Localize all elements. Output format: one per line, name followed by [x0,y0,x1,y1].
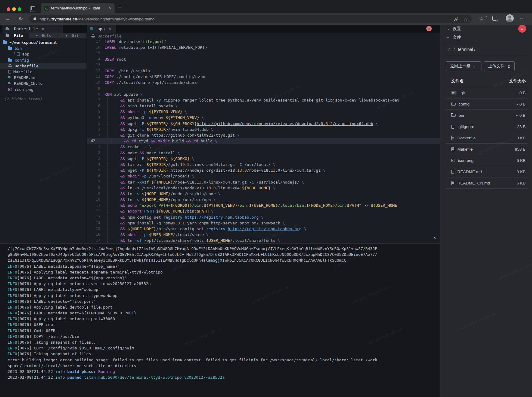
add-favorite-icon[interactable]: ☆ [463,17,467,22]
code-line[interactable]: 6&& mkdir -p /usr/local/nodejs \ [87,173,440,179]
code-editor[interactable]: app × × Dockerfile 17LABEL devtools="fil… [87,25,440,243]
code-line[interactable]: 11&& echo "export PATH=${GOROOT}/bin:${P… [87,202,440,208]
terminal-panel[interactable]: /fj7CcwoCW7ZXBc3snKxZNYHpbh7uhw0vx2lsi4W… [0,243,440,397]
file-row-dockerfile[interactable]: Dockerfile3 KB [446,132,527,144]
line-number: 6 [87,173,105,179]
code-line[interactable]: 16&& mkdir -p $USER_HOME/.local/share \ [87,232,440,238]
window-zoom-button[interactable] [18,7,21,11]
breadcrumb-current-dir[interactable]: terminal / [458,47,476,52]
code-line[interactable]: 7&& apt install -y ripgrep ranger lolcat… [87,97,440,103]
code-line[interactable]: 10COPY ./.local/share /opt/titanide/shar… [87,80,440,85]
sidebar-tab-dockerfile[interactable]: Dockerfile × [2,25,63,33]
code-line[interactable]: 12COPY ./bin /usr/bin [87,68,440,74]
code-line[interactable]: 4&& python3 -m venv ${PYTHON_VENV} \ [87,115,440,120]
favorites-icon[interactable]: ☆ [478,16,485,22]
token-pl [144,121,147,126]
read-aloud-icon[interactable]: A⁾ [454,17,458,22]
code-line[interactable]: 13&& npm config set registry https://reg… [87,214,440,220]
line-number: 15 [87,226,105,232]
tree-item--workspace-terminal[interactable]: ~/workspace/terminal [0,40,87,45]
tree-item-readme-cn-md[interactable]: M↓README_CN.md [0,80,87,86]
new-tab-button[interactable]: + [118,4,122,11]
tree-item-app[interactable]: └app [0,51,87,57]
home-icon[interactable]: ⌂ [448,47,451,52]
sidebar-panel-tab-bufs[interactable]: ≡Bufs [29,33,58,38]
settings-section-header[interactable]: › 设置 a [440,25,532,33]
file-row-config[interactable]: config~ 0 B [446,98,527,110]
code-line[interactable]: 5&& wget -P ${TMPDIR} https://nodejs.org… [87,167,440,173]
token-op: && [140,151,144,155]
code-line[interactable]: 14&& npm install -g npm@9.3.1 yarn cnpm … [87,220,440,226]
tab-close-icon[interactable]: × [109,6,112,11]
code-line[interactable]: 2&& dpkg -i ${TMPDIR}/nvim-linux64.deb \ [87,127,440,132]
sidebar-panel-tab-file[interactable]: File [0,33,29,38]
code-line[interactable]: 3&& wget -P ${TMPDIR} ${GOPKG} \ [87,156,440,162]
code-line[interactable]: 1&& cmake .. \ [87,144,440,150]
sidebar-tab-close-icon[interactable]: × [42,27,44,31]
code-line[interactable]: 16LABEL metadata.port=${TERMINAL_SERVER_… [87,45,440,50]
file-row-icon-png[interactable]: icon.png5 KB [446,155,527,166]
code-line[interactable]: 15&& ${NODE_HOME}/bin/yarn config set re… [87,226,440,232]
code-line[interactable]: 17&& ln -sf /opt/titanide/share/fonts $U… [87,238,440,243]
file-row--git[interactable]: git.git~ 0 B [446,87,527,98]
code-line[interactable]: 6&& pip3 install pynvim \ [87,103,440,109]
file-row-readme-cn-md[interactable]: README_CN.md6 KB [446,177,527,189]
code-line[interactable]: 10&& ln -s ${NODE_HOME}/npm /usr/bin/npm… [87,197,440,202]
code-line[interactable]: 3&& wget -P ${TMPDIR} ${GH_PROXY}https:/… [87,121,440,127]
url-text[interactable]: https://try.titanide.cn/ide/web/coding/t… [40,17,449,21]
go-up-directory-button[interactable]: 返回上一级 ← [446,61,481,71]
lock-icon[interactable] [34,18,36,20]
user-avatar[interactable]: a [518,25,526,33]
code-line[interactable]: 17LABEL devtools="file,port" [87,39,440,45]
close-editor-button[interactable]: × [426,26,432,31]
code-line[interactable]: 5&& mkdir -p ${PYTHON_VENV} \ [87,109,440,115]
code-area[interactable]: 17LABEL devtools="file,port"16LABEL meta… [87,39,440,243]
panel-expand-chevron-icon[interactable]: › [434,234,436,241]
browser-tab[interactable]: ›_ terminal-ttyd-wlotnipo - Titanl × [41,3,115,13]
back-icon[interactable]: ← [4,16,12,22]
file-row-bin[interactable]: bin~ 0 B [446,110,527,121]
address-bar[interactable]: https://try.titanide.cn/ide/web/coding/t… [29,15,472,23]
editor-tab-close-icon[interactable]: × [108,27,111,31]
file-browser-breadcrumb[interactable]: ⌂ / terminal / [448,47,475,52]
workspaces-icon[interactable] [30,6,35,12]
code-line[interactable]: 42&& cd ttyd && mkdir build && cd build … [87,138,440,144]
token-tinfo: INFO [8,317,17,321]
code-line[interactable]: 13 [87,62,440,68]
tree-item-icon-png[interactable]: icon.png [0,87,87,92]
code-line[interactable]: 8RUN apt update \ [87,91,440,97]
code-line[interactable]: 7&& tar -xvzf ${TMPDIR}/node-v18.13.0-li… [87,179,440,185]
file-row-makefile[interactable]: Makefile858 B [446,144,527,155]
file-row-readme-md[interactable]: README.md9 KB [446,166,527,177]
code-line[interactable]: 1&& git clone https://github.com/tsl0922… [87,132,440,138]
window-minimize-button[interactable] [12,7,16,11]
file-row--gitignore[interactable]: .gitignore23 B [446,121,527,132]
doc-icon [451,136,454,140]
code-line[interactable]: 9&& ln -s ${NODE_HOME}/node /usr/bin/nod… [87,191,440,197]
files-section-header[interactable]: › 文件 [440,33,532,42]
tree-item-makefile[interactable]: Makefile [0,69,87,75]
browser-profile-avatar[interactable] [506,14,514,22]
more-menu-icon[interactable]: ⋯ [519,16,526,22]
sidebar-panel-tab-git[interactable]: ◈Git [58,33,87,38]
editor-tab-app[interactable]: app × [87,25,116,33]
code-line[interactable]: 14USER root [87,56,440,62]
code-line[interactable]: 12&& export PATH=${NODE_HOME}/bin:$PATH … [87,208,440,214]
code-line[interactable]: 9 [87,86,440,91]
tree-item-dockerfile[interactable]: Dockerfile [0,63,87,69]
reload-icon[interactable]: ↻ [17,16,24,22]
line-number: 14 [87,220,105,226]
token-pl: wget [125,168,140,173]
collections-icon[interactable] [492,16,497,21]
token-url: https://nodejs.org/dist/v18. [170,168,237,173]
code-line[interactable]: 11COPY ./config/nvim $USER_HOME/.config/… [87,74,440,80]
code-line[interactable]: 4&& tar xvf ${TMPDIR}/go1.19.5.linux-amd… [87,162,440,167]
code-line[interactable]: 2&& make && make install \ [87,150,440,156]
upload-file-button[interactable]: 上传文件 ↥ [484,61,515,71]
code-line[interactable]: 8&& ln -s /usr/local/nodejs/node-v18.13.… [87,185,440,191]
tree-item-bin[interactable]: bin [0,45,87,51]
code-line[interactable]: 15 [87,50,440,56]
tree-item-readme-md[interactable]: M↓README.md [0,75,87,80]
tree-item-config[interactable]: config [0,57,87,63]
window-close-button[interactable] [7,7,10,11]
